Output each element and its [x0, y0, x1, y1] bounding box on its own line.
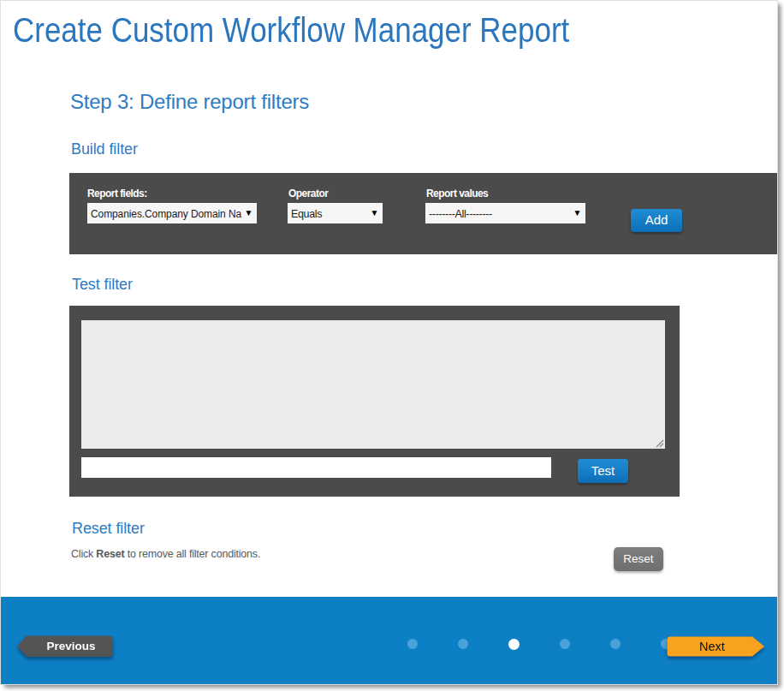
svg-text:Next: Next [699, 640, 725, 653]
svg-text:Previous: Previous [46, 640, 95, 652]
